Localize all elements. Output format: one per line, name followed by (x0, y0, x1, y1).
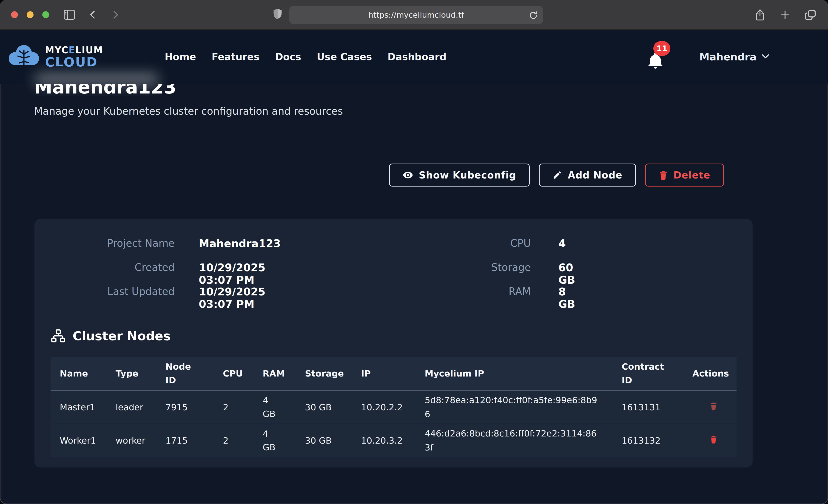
table-row: Master1 leader 7915 2 4 GB 30 GB 10.20.2… (50, 390, 737, 424)
nav-dashboard[interactable]: Dashboard (387, 51, 446, 62)
col-mycelium-ip: Mycelium IP (415, 357, 613, 390)
nav-home[interactable]: Home (165, 51, 196, 62)
cell-ip: 10.20.2.2 (352, 390, 415, 424)
cell-storage: 30 GB (296, 390, 352, 424)
show-kubeconfig-label: Show Kubeconfig (419, 170, 516, 181)
cell-name: Worker1 (50, 424, 107, 457)
cell-node-id: 1715 (156, 424, 214, 457)
cluster-nodes-title: Cluster Nodes (73, 329, 170, 343)
cell-type: worker (107, 424, 156, 457)
privacy-shield-icon[interactable] (272, 8, 283, 22)
eye-icon (403, 170, 413, 180)
created-value: 10/29/2025 03:07 PM (199, 261, 265, 286)
last-updated-value: 10/29/2025 03:07 PM (199, 286, 265, 310)
col-cpu: CPU (214, 357, 253, 390)
add-node-button[interactable]: Add Node (539, 164, 636, 186)
delete-cluster-button[interactable]: Delete (645, 164, 724, 186)
close-window-button[interactable] (11, 11, 18, 18)
cluster-actions: Show Kubeconfig Add Node Delete (389, 164, 724, 186)
tab-overview-icon[interactable] (804, 9, 816, 20)
cell-cpu: 2 (214, 390, 253, 424)
user-menu[interactable]: Mahendra (699, 51, 770, 63)
main-navigation: Home Features Docs Use Cases Dashboard (165, 51, 447, 62)
sidebar-toggle-icon[interactable] (64, 9, 75, 20)
trash-icon (710, 402, 717, 411)
chevron-down-icon (761, 54, 770, 60)
cell-ip: 10.20.3.2 (352, 424, 415, 457)
table-row: Worker1 worker 1715 2 4 GB 30 GB 10.20.3… (50, 424, 737, 457)
trash-icon (710, 435, 717, 444)
col-ram: RAM (253, 357, 296, 390)
ram-label: RAM (430, 286, 531, 297)
delete-label: Delete (673, 170, 710, 181)
notifications-button[interactable]: 11 (647, 44, 665, 70)
cloud-logo-icon (6, 44, 41, 70)
last-updated-label: Last Updated (74, 286, 175, 297)
cell-storage: 30 GB (296, 424, 352, 457)
cell-mycelium-ip: 446:d2a6:8bcd:8c16:ff0f:72e2:3114:863f (415, 424, 613, 457)
cluster-nodes-table: Name Type Node ID CPU RAM Storage IP Myc… (50, 357, 737, 457)
delete-node-button[interactable] (710, 402, 717, 411)
delete-node-button[interactable] (710, 435, 717, 445)
browser-toolbar: https://myceliumcloud.tf (0, 0, 828, 30)
back-arrow-icon[interactable] (88, 10, 98, 20)
page-subtitle: Manage your Kubernetes cluster configura… (34, 105, 343, 117)
storage-value: 60 GB (558, 261, 575, 286)
col-type: Type (107, 357, 156, 390)
cell-contract-id: 1613132 (613, 424, 683, 457)
storage-label: Storage (430, 261, 531, 273)
col-contract-id: Contract ID (613, 357, 683, 390)
cell-ram: 4 GB (253, 390, 296, 424)
col-name: Name (50, 357, 107, 390)
created-label: Created (74, 261, 175, 273)
mycelium-cloud-logo[interactable]: MYCELIUM CLOUD (6, 44, 103, 70)
cell-contract-id: 1613131 (613, 390, 683, 424)
header-blur-artifact (35, 75, 159, 84)
cluster-details-card: Project Name Mahendra123 Created 10/29/2… (35, 219, 753, 467)
table-header-row: Name Type Node ID CPU RAM Storage IP Myc… (50, 357, 737, 390)
cluster-nodes-heading: Cluster Nodes (50, 329, 170, 343)
cell-cpu: 2 (214, 424, 253, 457)
network-nodes-icon (50, 329, 66, 343)
notification-badge: 11 (653, 41, 670, 56)
ram-value: 8 GB (558, 286, 575, 310)
trash-icon (659, 170, 668, 180)
share-icon[interactable] (754, 9, 765, 21)
pencil-icon (552, 170, 562, 180)
browser-window: https://myceliumcloud.tf (0, 0, 828, 504)
cell-type: leader (107, 390, 156, 424)
new-tab-plus-icon[interactable] (780, 10, 790, 20)
project-name-value: Mahendra123 (199, 237, 281, 250)
cell-node-id: 7915 (156, 390, 214, 424)
maximize-window-button[interactable] (42, 11, 49, 18)
logo-wordmark: MYCELIUM CLOUD (45, 45, 103, 69)
reload-icon[interactable] (528, 10, 538, 20)
forward-arrow-icon[interactable] (110, 10, 120, 20)
project-name-label: Project Name (74, 237, 175, 249)
col-ip: IP (352, 357, 415, 390)
user-name: Mahendra (699, 51, 756, 63)
url-text: https://myceliumcloud.tf (368, 10, 464, 19)
nav-use-cases[interactable]: Use Cases (317, 51, 372, 62)
add-node-label: Add Node (568, 170, 622, 181)
cell-actions (683, 390, 737, 424)
cpu-value: 4 (558, 237, 566, 250)
nav-features[interactable]: Features (212, 51, 259, 62)
show-kubeconfig-button[interactable]: Show Kubeconfig (389, 164, 530, 186)
cpu-label: CPU (430, 237, 531, 249)
cell-ram: 4 GB (253, 424, 296, 457)
cell-mycelium-ip: 5d8:78ea:a120:f40c:ff0f:a5fe:99e6:8b96 (415, 390, 613, 424)
cell-name: Master1 (50, 390, 107, 424)
minimize-window-button[interactable] (27, 11, 34, 18)
cell-actions (683, 424, 737, 457)
col-storage: Storage (296, 357, 352, 390)
col-node-id: Node ID (156, 357, 214, 390)
site-header: MYCELIUM CLOUD Home Features Docs Use Ca… (0, 30, 828, 84)
nav-docs[interactable]: Docs (275, 51, 301, 62)
col-actions: Actions (683, 357, 737, 390)
traffic-lights (11, 11, 49, 18)
address-bar[interactable]: https://myceliumcloud.tf (289, 6, 543, 24)
